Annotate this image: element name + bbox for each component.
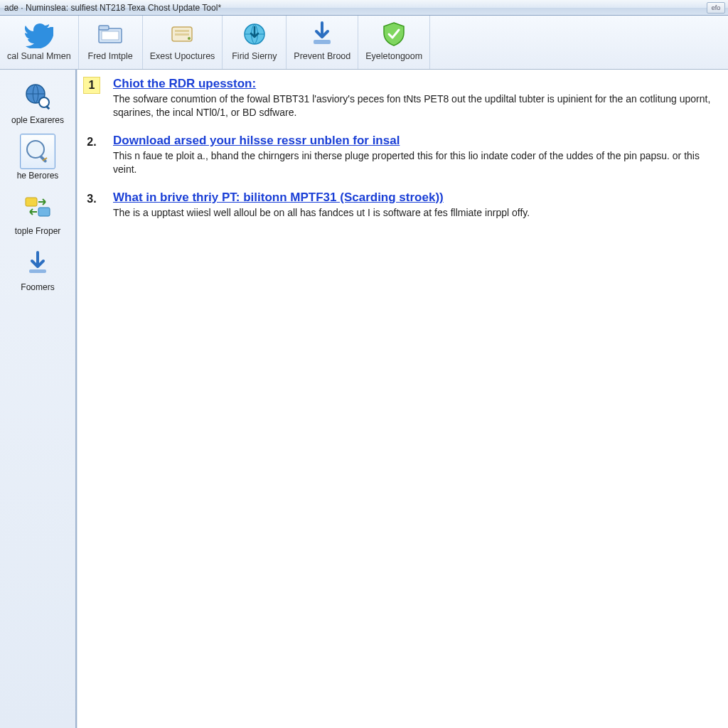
toolbar-btn-fred[interactable]: Fred Imtple (79, 16, 143, 69)
step-headline-link[interactable]: Download arsed your hilsse ressr unblen … (113, 134, 400, 147)
svg-rect-2 (102, 31, 119, 40)
sidebar-item-label: ople Exareres (11, 116, 64, 125)
transfer-icon (20, 189, 55, 225)
main-toolbar: cal Sunal Mmen Fred Imtple Exest Upoctur… (0, 16, 728, 70)
svg-rect-1 (99, 26, 109, 30)
svg-point-10 (39, 97, 49, 107)
toolbar-label: Fred Imtple (88, 51, 133, 61)
svg-rect-16 (29, 269, 46, 273)
toolbar-btn-sunal[interactable]: cal Sunal Mmen (0, 16, 79, 69)
titlebar: ade · Numinslea: sulfiest NT218 Texa Cho… (0, 0, 728, 16)
svg-rect-14 (26, 198, 37, 206)
svg-rect-15 (38, 208, 50, 216)
sidebar-item-exareres[interactable]: ople Exareres (4, 74, 71, 129)
step-number: 3. (83, 191, 100, 208)
shield-check-icon (380, 20, 408, 48)
body: ople Exareres he Berores tople Froper Fo… (0, 70, 728, 728)
step-description: The is a upptast wiiesl well alloul be o… (113, 206, 715, 220)
toolbar-btn-eyelet[interactable]: Eyeletongoom (358, 16, 430, 69)
step-description: This n faue te ploit a., bhand the chirn… (113, 149, 715, 176)
window-control-label: efo (712, 4, 721, 11)
toolbar-label: cal Sunal Mmen (7, 51, 71, 61)
svg-rect-4 (175, 30, 189, 32)
window-title: ade · Numinslea: sulfiest NT218 Texa Cho… (4, 3, 221, 13)
toolbar-btn-firid[interactable]: Firid Sierny (223, 16, 287, 69)
toolbar-btn-prevent[interactable]: Prevent Brood (287, 16, 358, 69)
globe-magnify-icon (20, 78, 55, 114)
folder-icon (96, 20, 124, 48)
sidebar-item-foomers[interactable]: Foomers (4, 241, 71, 296)
sidebar-item-berores[interactable]: he Berores (4, 129, 71, 185)
step-headline-link[interactable]: Chiot the RDR upesston: (113, 77, 256, 90)
step-number: 2. (83, 134, 100, 151)
svg-point-12 (27, 141, 44, 158)
window-control-button[interactable]: efo (707, 2, 725, 14)
toolbar-btn-exest[interactable]: Exest Upoctures (143, 16, 223, 69)
sidebar-item-froper[interactable]: tople Froper (4, 185, 71, 240)
step-3: 3. What in brive thriy PT: bilitonn MPTF… (83, 191, 715, 220)
globe-arrow-icon (240, 20, 269, 48)
sidebar: ople Exareres he Berores tople Froper Fo… (0, 70, 77, 728)
svg-point-6 (188, 37, 191, 40)
toolbar-label: Firid Sierny (232, 51, 277, 61)
content-pane: 1 Chiot the RDR upesston: The sofware co… (77, 70, 728, 728)
step-headline-link[interactable]: What in brive thriy PT: bilitonn MPTF31 … (113, 191, 444, 204)
svg-rect-8 (314, 40, 331, 44)
toolbar-label: Prevent Brood (294, 51, 350, 61)
sidebar-item-label: Foomers (21, 283, 54, 292)
drive-icon (168, 20, 196, 48)
svg-rect-5 (175, 33, 189, 36)
step-1: 1 Chiot the RDR upesston: The sofware co… (83, 77, 715, 119)
step-number: 1 (83, 77, 100, 94)
magnify-icon (20, 134, 55, 169)
bird-icon (25, 20, 53, 48)
sidebar-item-label: tople Froper (15, 227, 61, 236)
toolbar-label: Eyeletongoom (365, 51, 422, 61)
download-icon (308, 20, 336, 48)
sidebar-item-label: he Berores (17, 171, 59, 181)
download-small-icon (20, 245, 55, 281)
step-description: The sofware conumtion of the fowal BTBT3… (113, 92, 715, 119)
step-2: 2. Download arsed your hilsse ressr unbl… (83, 134, 715, 176)
toolbar-label: Exest Upoctures (150, 51, 215, 61)
